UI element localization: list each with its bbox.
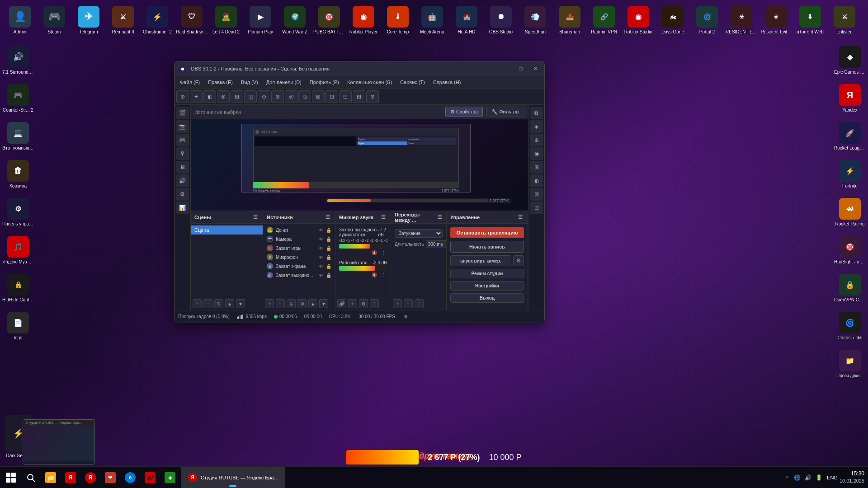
- obs-mixer-menu-btn[interactable]: ☰: [380, 214, 387, 221]
- taskbar-clock[interactable]: 15:30 10.01.2025: [840, 470, 864, 484]
- obs-toolbar-btn-1[interactable]: ⊕: [176, 90, 189, 103]
- obs-start-record-btn[interactable]: Начать запись: [450, 241, 524, 253]
- taskbar-start-btn[interactable]: [0, 467, 22, 488]
- desktop-icon-7surround[interactable]: 🔊 7.1 Surround Sound: [2, 42, 34, 79]
- desktop-icon-speedfan[interactable]: 💨 SpeedFan: [519, 2, 552, 38]
- taskbar-green-icon[interactable]: ◈: [161, 467, 179, 488]
- taskbar-yandex-icon2[interactable]: ❤: [101, 467, 119, 488]
- desktop-icon-my-computer[interactable]: 💻 Этот компьютер: [2, 118, 34, 155]
- obs-menu-service[interactable]: Сервис (T): [396, 78, 429, 87]
- obs-minimize-btn[interactable]: ─: [501, 64, 512, 73]
- obs-menu-help[interactable]: Справка (H): [429, 78, 464, 87]
- desktop-icon-fortnite[interactable]: ⚡ Fortnite: [834, 156, 866, 192]
- obs-mixer-link-btn[interactable]: 🔗: [337, 299, 346, 308]
- obs-right-btn-2[interactable]: ◈: [530, 120, 543, 133]
- desktop-icon-raid[interactable]: 🛡 Raid Shadow Legends: [175, 2, 208, 38]
- obs-left-btn-5[interactable]: 🖥: [176, 161, 189, 174]
- obs-toolbar-btn-9[interactable]: ◎: [285, 90, 297, 103]
- obs-scene-add-btn[interactable]: +: [193, 299, 202, 308]
- obs-right-btn-3[interactable]: ⊕: [530, 134, 543, 146]
- obs-left-btn-7[interactable]: ⚙: [176, 188, 189, 201]
- desktop-icon-resident[interactable]: ☣ Resident Evil...: [760, 2, 792, 38]
- obs-toolbar-btn-4[interactable]: ⊗: [217, 90, 230, 103]
- obs-source-up-btn[interactable]: ▲: [308, 299, 317, 308]
- obs-left-btn-6[interactable]: 🔊: [176, 174, 189, 187]
- obs-right-btn-8[interactable]: ⊡: [530, 202, 543, 214]
- desktop-icon-logs[interactable]: 📄 logs: [2, 308, 34, 344]
- obs-menu-profile[interactable]: Профиль (P): [306, 78, 343, 87]
- obs-left-btn-1[interactable]: 🎬: [176, 107, 189, 119]
- obs-mixer-mute-1[interactable]: 🔇: [371, 249, 378, 257]
- desktop-icon-left4dead[interactable]: 🧟 Left 4 Dead 2: [210, 2, 242, 38]
- obs-source-copy-btn[interactable]: ⎘: [287, 299, 296, 308]
- obs-menu-edit[interactable]: Правка (E): [204, 78, 236, 87]
- taskbar-yandex-browser[interactable]: Я: [81, 467, 99, 488]
- obs-toolbar-btn-5[interactable]: ⊞: [231, 90, 243, 103]
- obs-right-btn-4[interactable]: ◉: [530, 147, 543, 160]
- taskbar-edge[interactable]: e: [121, 467, 139, 488]
- desktop-icon-portal[interactable]: 🌀 Portal 2: [691, 2, 723, 38]
- obs-scene-remove-btn[interactable]: −: [203, 299, 212, 308]
- desktop-icon-hotahd[interactable]: 🏰 HotA HD: [450, 2, 483, 38]
- desktop-icon-ghostrunner[interactable]: ⚡ Ghostrunner 2: [141, 2, 174, 38]
- obs-scene-up-btn[interactable]: ▲: [225, 299, 234, 308]
- desktop-icon-basket[interactable]: 🗑 Корзина: [2, 156, 34, 192]
- desktop-icon-chaos[interactable]: 🌀 ChaosTricks: [834, 308, 866, 344]
- obs-mixer-extra-btn[interactable]: ⋮: [370, 299, 379, 308]
- desktop-icon-counter-strike[interactable]: 🎮 Counter-Str... 2: [2, 80, 34, 117]
- obs-source-down-btn[interactable]: ▼: [319, 299, 328, 308]
- obs-left-btn-4[interactable]: 🎙: [176, 147, 189, 160]
- desktop-icon-utorrent[interactable]: ⬇ uTorrent Web: [794, 2, 826, 38]
- obs-toolbar-btn-2[interactable]: ✦: [190, 90, 203, 103]
- desktop-icon-progi[interactable]: 📁 Проги доки...: [834, 346, 866, 382]
- obs-virtual-cam-btn[interactable]: апуск вирт. камер.: [450, 255, 511, 266]
- obs-left-btn-8[interactable]: 📊: [176, 202, 189, 214]
- obs-source-remove-btn[interactable]: −: [276, 299, 285, 308]
- desktop-icon-remnant[interactable]: ⚔ Remnant II: [107, 2, 139, 38]
- desktop-icon-yandex-music[interactable]: 🎵 Яндекс Музыка: [2, 232, 34, 268]
- tray-network[interactable]: 🌐: [793, 473, 802, 482]
- tray-show-hidden[interactable]: ^: [783, 474, 791, 481]
- tray-volume[interactable]: 🔊: [803, 473, 812, 482]
- desktop-icon-hidhide[interactable]: 🔒 HidHide Configurat...: [2, 270, 34, 306]
- obs-transition-type-select[interactable]: Затухание Смыв: [395, 229, 443, 238]
- desktop-icon-openvpn[interactable]: 🔒 OpenVPN Connect: [834, 270, 866, 306]
- obs-toolbar-btn-7[interactable]: ⊙: [258, 90, 270, 103]
- obs-source-camera[interactable]: 📷 Камера 👁 🔒: [263, 235, 335, 244]
- obs-right-btn-6[interactable]: ◐: [530, 174, 543, 187]
- obs-toolbar-btn-15[interactable]: ⊕: [366, 90, 379, 103]
- obs-control-menu-btn[interactable]: ☰: [517, 214, 524, 221]
- obs-vcam-settings-btn[interactable]: ⚙: [513, 255, 524, 266]
- obs-maximize-btn[interactable]: □: [515, 64, 526, 73]
- obs-menu-collection[interactable]: Коллекция сцен (S): [344, 78, 396, 87]
- obs-toolbar-btn-3[interactable]: ◐: [203, 90, 216, 103]
- obs-close-btn[interactable]: ✕: [530, 64, 541, 73]
- taskbar-yandex[interactable]: Я: [61, 467, 80, 488]
- obs-sources-menu-btn[interactable]: ☰: [324, 214, 331, 221]
- obs-toolbar-btn-8[interactable]: ⊛: [271, 90, 284, 103]
- obs-scenes-menu-btn[interactable]: ☰: [252, 214, 259, 221]
- desktop-icon-worldwarz[interactable]: 🌍 World War Z: [278, 2, 311, 38]
- desktop-icon-roblox-studio[interactable]: ◉ Roblox Studio: [622, 2, 655, 38]
- desktop-icon-panel[interactable]: ⚙ Панель управления: [2, 194, 34, 230]
- desktop-icon-coretemp[interactable]: 🌡 Core Temp: [382, 2, 414, 38]
- obs-transition-duration-input[interactable]: [426, 240, 446, 248]
- obs-exit-btn[interactable]: Выход: [450, 293, 524, 303]
- obs-mixer-settings-btn[interactable]: ⚙: [359, 299, 368, 308]
- desktop-icon-pubg[interactable]: 🎯 PUBG BATTLEGR...: [313, 2, 345, 38]
- desktop-icon-obs[interactable]: ⏺ OBS Studio: [485, 2, 517, 38]
- obs-toolbar-btn-13[interactable]: ⊟: [339, 90, 352, 103]
- desktop-icon-enlisted[interactable]: ⚔ Enlisted: [828, 2, 861, 38]
- desktop-icon-admin[interactable]: 👤 Admin: [4, 2, 36, 38]
- obs-menu-panels[interactable]: Доп-панели (D): [263, 78, 305, 87]
- obs-studio-mode-btn[interactable]: Режим студии: [450, 269, 524, 278]
- obs-settings-btn[interactable]: Настройки: [450, 281, 524, 291]
- obs-transition-remove-btn[interactable]: −: [404, 299, 413, 308]
- desktop-icon-shareman[interactable]: 📤 Shareman: [553, 2, 586, 38]
- desktop-icon-rocket-racing[interactable]: 🏎 Rocket Racing: [834, 194, 866, 230]
- tray-battery[interactable]: 🔋: [814, 473, 823, 482]
- desktop-icon-telegram[interactable]: ✈ Telegram: [72, 2, 105, 38]
- obs-source-screen[interactable]: 🖥 Захват экрана 👁 🔒: [263, 262, 335, 271]
- desktop-icon-roblox-player[interactable]: ◉ Roblox Player: [347, 2, 380, 38]
- desktop-icon-daysgone[interactable]: 🏍 Days Gone: [656, 2, 689, 38]
